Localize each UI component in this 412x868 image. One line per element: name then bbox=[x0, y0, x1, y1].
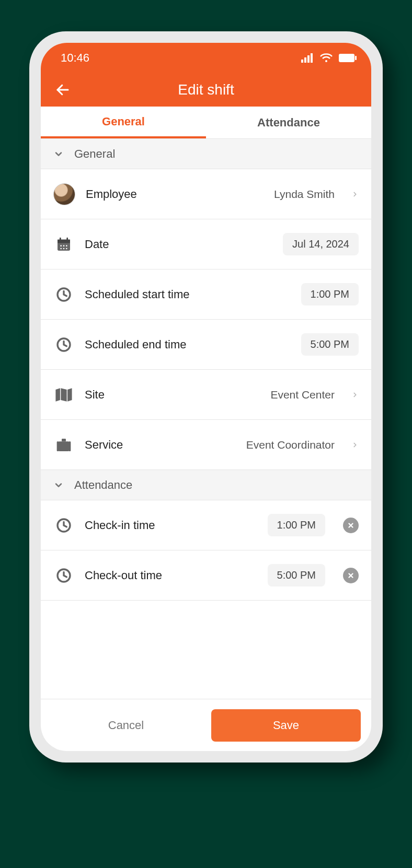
chevron-down-icon bbox=[53, 480, 64, 490]
row-service[interactable]: Service Event Coordinator bbox=[41, 420, 371, 470]
section-header-general[interactable]: General bbox=[41, 139, 371, 169]
section-title: Attendance bbox=[74, 478, 132, 492]
checkin-time-pill[interactable]: 1:00 PM bbox=[268, 514, 325, 536]
status-bar: 10:46 bbox=[41, 43, 371, 73]
row-label: Scheduled end time bbox=[85, 338, 186, 351]
clock-icon bbox=[53, 515, 74, 536]
page-title: Edit shift bbox=[178, 81, 234, 98]
save-button[interactable]: Save bbox=[211, 709, 361, 742]
svg-rect-11 bbox=[66, 237, 68, 240]
svg-rect-26 bbox=[62, 439, 66, 441]
clock-icon bbox=[53, 565, 74, 586]
calendar-icon bbox=[53, 234, 74, 255]
nav-bar: Edit shift bbox=[41, 73, 371, 107]
svg-rect-25 bbox=[68, 441, 71, 451]
end-time-pill[interactable]: 5:00 PM bbox=[301, 333, 359, 356]
row-label: Check-in time bbox=[85, 519, 155, 532]
svg-rect-3 bbox=[311, 53, 313, 63]
close-icon bbox=[347, 522, 354, 529]
svg-point-15 bbox=[60, 248, 62, 249]
phone-frame: 10:46 Edit shift General A bbox=[29, 31, 383, 763]
avatar bbox=[53, 183, 75, 205]
svg-point-12 bbox=[60, 245, 62, 247]
status-time: 10:46 bbox=[61, 51, 89, 65]
svg-marker-22 bbox=[67, 388, 72, 402]
footer-actions: Cancel Save bbox=[41, 699, 371, 751]
row-check-in[interactable]: Check-in time 1:00 PM bbox=[41, 500, 371, 550]
svg-rect-1 bbox=[304, 57, 306, 63]
content-scroll[interactable]: General Employee Lynda Smith Date Jul 14… bbox=[41, 139, 371, 699]
row-scheduled-end[interactable]: Scheduled end time 5:00 PM bbox=[41, 320, 371, 370]
tab-attendance[interactable]: Attendance bbox=[206, 107, 371, 138]
back-button[interactable] bbox=[52, 79, 73, 100]
section-title: General bbox=[74, 147, 115, 161]
row-check-out[interactable]: Check-out time 5:00 PM bbox=[41, 550, 371, 601]
row-label: Site bbox=[85, 388, 105, 402]
svg-point-16 bbox=[63, 248, 65, 249]
clock-icon bbox=[53, 334, 74, 355]
row-label: Scheduled start time bbox=[85, 288, 190, 301]
row-value: Event Coordinator bbox=[246, 439, 335, 451]
row-label: Service bbox=[85, 438, 123, 452]
svg-marker-21 bbox=[61, 388, 66, 402]
clock-icon bbox=[53, 284, 74, 305]
tab-bar: General Attendance bbox=[41, 107, 371, 139]
row-employee[interactable]: Employee Lynda Smith bbox=[41, 169, 371, 219]
map-icon bbox=[53, 384, 74, 405]
svg-rect-0 bbox=[301, 60, 303, 63]
clear-checkin-button[interactable] bbox=[343, 518, 359, 533]
svg-rect-6 bbox=[355, 56, 357, 60]
chevron-down-icon bbox=[53, 149, 64, 159]
svg-point-17 bbox=[66, 248, 67, 249]
chevron-right-icon bbox=[351, 439, 359, 451]
section-header-attendance[interactable]: Attendance bbox=[41, 470, 371, 500]
chevron-right-icon bbox=[351, 389, 359, 401]
cancel-button[interactable]: Cancel bbox=[51, 719, 201, 732]
row-label: Date bbox=[85, 238, 109, 251]
clear-checkout-button[interactable] bbox=[343, 568, 359, 583]
row-value: Lynda Smith bbox=[274, 188, 335, 201]
svg-point-4 bbox=[325, 60, 327, 62]
svg-rect-23 bbox=[58, 441, 69, 451]
arrow-left-icon bbox=[55, 82, 71, 98]
status-icons bbox=[301, 53, 357, 63]
row-value: Event Center bbox=[270, 389, 335, 401]
svg-point-14 bbox=[66, 245, 67, 247]
svg-rect-24 bbox=[57, 441, 59, 451]
row-scheduled-start[interactable]: Scheduled start time 1:00 PM bbox=[41, 269, 371, 320]
date-value-pill[interactable]: Jul 14, 2024 bbox=[283, 233, 359, 255]
row-date[interactable]: Date Jul 14, 2024 bbox=[41, 219, 371, 269]
svg-rect-9 bbox=[58, 239, 70, 243]
svg-rect-5 bbox=[339, 54, 354, 62]
chevron-right-icon bbox=[351, 189, 359, 200]
battery-icon bbox=[339, 54, 357, 62]
tab-general[interactable]: General bbox=[41, 107, 206, 138]
screen: 10:46 Edit shift General A bbox=[41, 43, 371, 751]
close-icon bbox=[347, 572, 354, 579]
row-label: Employee bbox=[86, 187, 137, 201]
row-label: Check-out time bbox=[85, 569, 162, 582]
svg-rect-10 bbox=[60, 237, 61, 240]
briefcase-icon bbox=[53, 435, 74, 455]
start-time-pill[interactable]: 1:00 PM bbox=[301, 283, 359, 306]
wifi-icon bbox=[320, 53, 333, 63]
svg-point-13 bbox=[63, 245, 65, 247]
row-site[interactable]: Site Event Center bbox=[41, 370, 371, 420]
svg-rect-2 bbox=[307, 55, 310, 63]
signal-icon bbox=[301, 53, 314, 63]
svg-marker-20 bbox=[55, 388, 60, 402]
checkout-time-pill[interactable]: 5:00 PM bbox=[268, 564, 325, 587]
